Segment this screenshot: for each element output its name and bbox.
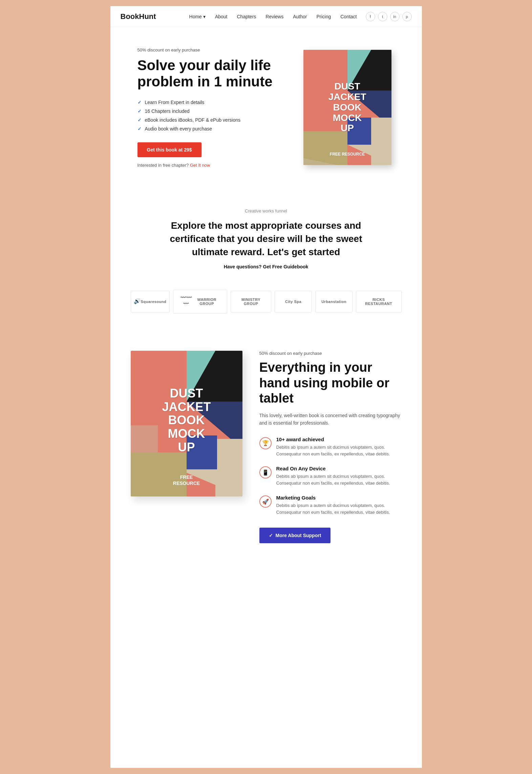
pinterest-icon[interactable]: p [402, 12, 412, 21]
section-label: Creative works funnel [137, 208, 395, 213]
free-chapter-link[interactable]: Get It now [190, 163, 210, 168]
check-icon: ✓ [137, 117, 142, 123]
hero-content: 50% discount on early purchase Solve you… [137, 47, 286, 168]
chevron-down-icon: ▾ [203, 14, 206, 19]
section-title: Explore the most appropriate courses and… [161, 219, 371, 259]
book-cover-hero: DUSTJACKETBOOKMOCKUP FREE RESOURCE [303, 50, 391, 165]
feature-marketing-title: Marketing Goals [276, 495, 402, 501]
facebook-icon[interactable]: f [366, 12, 375, 21]
check-icon: ✓ [137, 126, 142, 131]
book-features-image: DUSTJACKETBOOKMOCKUP FREERESOURCE [131, 351, 242, 496]
page-wrapper: BookHunt Home ▾ About Chapters Reviews A… [110, 6, 422, 768]
nav-home-link[interactable]: Home ▾ [185, 14, 210, 19]
rocket-icon: 🚀 [259, 495, 272, 508]
logo-cityspa: City Spa [275, 291, 312, 312]
feature-device-title: Read On Any Device [276, 466, 402, 471]
social-icons: f t in p [366, 12, 412, 21]
more-support-button[interactable]: ✓ More About Support [259, 528, 331, 543]
nav-home[interactable]: Home ▾ [185, 14, 210, 19]
free-chapter-text: Interested in free chapter? Get It now [137, 163, 286, 168]
logo-ministry: MINISTRY GROUP [231, 291, 271, 312]
hero-discount-label: 50% discount on early purchase [137, 47, 286, 53]
book-subtitle-large: FREERESOURCE [173, 474, 200, 486]
book-subtitle-hero: FREE RESOURCE [330, 152, 365, 157]
nav-author[interactable]: Author [288, 14, 312, 20]
twitter-icon[interactable]: t [378, 12, 387, 21]
feature-device-desc: Debitis ab ipsum a autem sit ducimus vol… [276, 473, 402, 487]
book-title-large: DUSTJACKETBOOKMOCKUP [162, 387, 211, 454]
svg-rect-19 [131, 425, 158, 452]
logo-urbanstation: Urbanstation [315, 291, 353, 312]
feature-device: 📱 Read On Any Device Debitis ab ipsum a … [259, 466, 402, 487]
nav-pricing[interactable]: Pricing [312, 14, 336, 20]
book-cover-large: DUSTJACKETBOOKMOCKUP FREERESOURCE [131, 351, 242, 496]
list-item: ✓ Learn From Expert in details [137, 100, 286, 105]
features-description: This lovely, well-written book is concer… [259, 412, 402, 427]
feature-award-desc: Debitis ab ipsum a autem sit ducimus vol… [276, 444, 402, 457]
nav-contact[interactable]: Contact [336, 14, 361, 20]
list-item: ✓ eBook includes iBooks, PDF & ePub vers… [137, 117, 286, 123]
navbar: BookHunt Home ▾ About Chapters Reviews A… [110, 6, 422, 27]
guidebook-link[interactable]: Get Free Guidebook [263, 264, 308, 269]
book-title-hero: DUSTJACKETBOOKMOCKUP [328, 81, 366, 134]
feature-award: 🏆 10+ award achieved Debitis ab ipsum a … [259, 436, 402, 457]
hero-title: Solve your daily life problem in 1 minut… [137, 57, 286, 90]
logo-squaresound: 🔊 Squaresound [131, 291, 170, 312]
feature-marketing: 🚀 Marketing Goals Debitis ab ipsum a aut… [259, 495, 402, 516]
book-features-section: DUSTJACKETBOOKMOCKUP FREERESOURCE 50% di… [110, 330, 422, 563]
award-icon: 🏆 [259, 437, 272, 449]
device-icon: 📱 [259, 466, 272, 478]
check-icon: ✓ [137, 108, 142, 114]
book-features-content: 50% discount on early purchase Everythin… [259, 351, 402, 543]
logo-warrior: 〰〰〰 WARRIOR GROUP [173, 290, 227, 313]
feature-award-title: 10+ award achieved [276, 436, 402, 442]
logo-ricks: RICKS RESTAURANT [356, 291, 401, 312]
hero-features-list: ✓ Learn From Expert in details ✓ 16 Chap… [137, 100, 286, 131]
logos-row: 🔊 Squaresound 〰〰〰 WARRIOR GROUP MINISTRY… [110, 283, 422, 330]
hero-section: 50% discount on early purchase Solve you… [110, 27, 422, 188]
list-item: ✓ 16 Chapters included [137, 108, 286, 114]
check-icon: ✓ [137, 100, 142, 105]
linkedin-icon[interactable]: in [390, 12, 400, 21]
buy-button[interactable]: Get this book at 29$ [137, 142, 201, 157]
checkmark-icon: ✓ [269, 533, 273, 538]
section-cta: Have questions? Get Free Guidebook [137, 264, 395, 269]
nav-reviews[interactable]: Reviews [261, 14, 288, 20]
nav-chapters[interactable]: Chapters [232, 14, 261, 20]
list-item: ✓ Audio book with every purchase [137, 126, 286, 131]
hero-book-image: DUSTJACKETBOOKMOCKUP FREE RESOURCE [300, 50, 395, 165]
features-discount-label: 50% discount on early purchase [259, 351, 402, 356]
brand-logo: BookHunt [121, 12, 156, 21]
feature-marketing-desc: Debitis ab ipsum a autem sit ducimus vol… [276, 502, 402, 516]
features-title: Everything in your hand using mobile or … [259, 360, 402, 406]
nav-about[interactable]: About [210, 14, 232, 20]
creative-section: Creative works funnel Explore the most a… [110, 188, 422, 283]
squaresound-icon: 🔊 [134, 298, 141, 304]
nav-links: Home ▾ About Chapters Reviews Author Pri… [185, 14, 362, 20]
warrior-icon: 〰〰〰 [179, 295, 193, 307]
